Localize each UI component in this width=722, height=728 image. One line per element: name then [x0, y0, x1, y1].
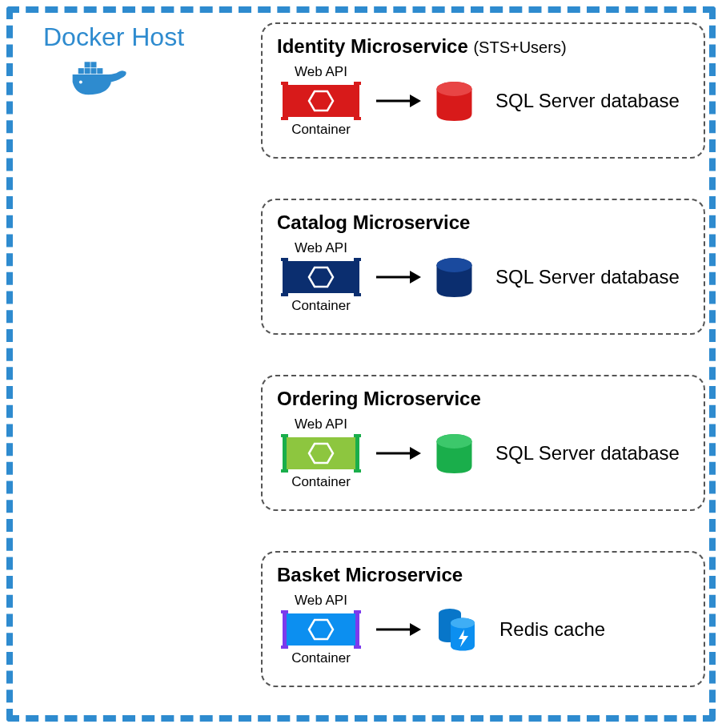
svg-rect-31 — [284, 437, 358, 469]
database-icon — [432, 79, 476, 123]
ordering-title: Ordering Microservice — [277, 388, 689, 410]
identity-title: Identity Microservice (STS+Users) — [277, 35, 689, 58]
svg-rect-49 — [354, 646, 361, 649]
arrow-icon — [375, 267, 423, 287]
web-api-label: Web API — [295, 64, 347, 80]
svg-rect-11 — [281, 117, 288, 120]
web-api-label: Web API — [295, 416, 347, 432]
services-column: Identity Microservice (STS+Users) Web AP… — [261, 22, 705, 687]
svg-rect-19 — [284, 261, 358, 293]
catalog-db-label: SQL Server database — [495, 265, 680, 289]
basket-title: Basket Microservice — [277, 564, 689, 586]
redis-cache-icon — [432, 605, 480, 654]
svg-rect-24 — [354, 258, 361, 261]
svg-rect-37 — [354, 469, 361, 473]
identity-microservice-box: Identity Microservice (STS+Users) Web AP… — [261, 22, 705, 159]
identity-container-block: Web API Container — [277, 64, 365, 138]
ordering-db-label: SQL Server database — [495, 441, 680, 465]
svg-rect-47 — [281, 646, 288, 649]
container-label: Container — [291, 122, 351, 138]
svg-rect-20 — [283, 258, 287, 296]
database-icon — [432, 432, 476, 476]
svg-rect-12 — [354, 82, 361, 85]
arrow-icon — [375, 620, 423, 639]
basket-db-label: Redis cache — [499, 617, 605, 642]
svg-rect-44 — [283, 610, 287, 649]
svg-rect-0 — [85, 62, 90, 67]
container-label: Container — [291, 298, 351, 314]
svg-point-55 — [451, 618, 475, 629]
catalog-container-icon — [281, 258, 361, 296]
docker-whale-icon — [69, 57, 133, 101]
svg-point-6 — [79, 80, 82, 83]
ordering-microservice-box: Ordering Microservice Web API C — [261, 375, 705, 511]
ordering-container-icon — [281, 434, 361, 473]
catalog-title: Catalog Microservice — [277, 211, 689, 234]
catalog-title-text: Catalog Microservice — [277, 211, 470, 233]
svg-marker-28 — [410, 271, 421, 284]
basket-title-text: Basket Microservice — [277, 564, 463, 585]
svg-rect-22 — [281, 258, 288, 261]
svg-rect-36 — [354, 434, 361, 437]
web-api-label: Web API — [295, 240, 347, 256]
svg-rect-4 — [90, 68, 96, 74]
svg-rect-21 — [355, 258, 359, 296]
docker-host-title: Docker Host — [43, 22, 184, 52]
svg-marker-40 — [410, 447, 421, 460]
svg-rect-10 — [281, 82, 288, 85]
catalog-microservice-box: Catalog Microservice Web API Co — [261, 199, 705, 335]
svg-rect-34 — [281, 434, 288, 437]
svg-rect-48 — [354, 610, 361, 613]
arrow-icon — [375, 444, 423, 463]
svg-rect-35 — [281, 469, 288, 473]
svg-marker-52 — [410, 623, 421, 636]
arrow-icon — [375, 91, 423, 111]
svg-rect-9 — [355, 82, 359, 120]
docker-host-frame: Docker Host Identity Microservice (STS+U… — [6, 6, 716, 722]
ordering-title-text: Ordering Microservice — [277, 388, 481, 409]
svg-rect-13 — [354, 117, 361, 120]
svg-point-30 — [437, 258, 472, 272]
svg-marker-16 — [410, 95, 421, 107]
basket-container-block: Web API Container — [277, 593, 365, 666]
basket-microservice-box: Basket Microservice Web API Con — [261, 551, 705, 687]
svg-point-18 — [437, 82, 472, 96]
svg-rect-8 — [283, 82, 287, 120]
svg-rect-3 — [85, 68, 90, 74]
svg-rect-2 — [78, 68, 84, 74]
svg-rect-32 — [283, 434, 287, 473]
identity-db-label: SQL Server database — [495, 89, 680, 113]
web-api-label: Web API — [295, 593, 347, 609]
svg-rect-43 — [284, 613, 358, 646]
identity-title-text: Identity Microservice — [277, 35, 468, 57]
svg-rect-7 — [284, 85, 358, 117]
svg-rect-1 — [90, 62, 96, 67]
svg-rect-5 — [97, 68, 102, 74]
container-label: Container — [291, 650, 351, 666]
database-icon — [432, 255, 476, 300]
identity-container-icon — [281, 82, 361, 120]
catalog-container-block: Web API Container — [277, 240, 365, 314]
svg-rect-45 — [355, 610, 359, 649]
svg-point-42 — [437, 434, 472, 448]
svg-rect-46 — [281, 610, 288, 613]
basket-container-icon — [281, 610, 361, 649]
identity-subtitle: (STS+Users) — [473, 38, 566, 56]
svg-rect-33 — [355, 434, 359, 473]
container-label: Container — [291, 474, 351, 490]
ordering-container-block: Web API Container — [277, 416, 365, 490]
svg-rect-23 — [281, 293, 288, 296]
svg-rect-25 — [354, 293, 361, 296]
